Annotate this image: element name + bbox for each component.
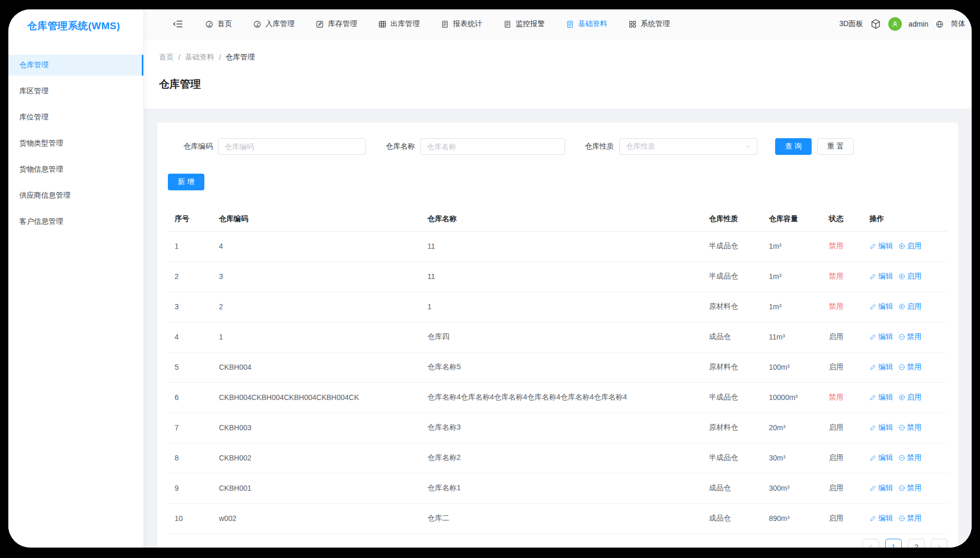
pagination-page-1[interactable]: 1 bbox=[885, 539, 902, 548]
nature-cell: 成品仓 bbox=[702, 322, 762, 352]
sidebar-item-库区管理[interactable]: 库区管理 bbox=[8, 81, 143, 102]
language-label[interactable]: 简体 bbox=[951, 19, 965, 29]
enable-link[interactable]: 启用 bbox=[898, 272, 922, 281]
column-header-操作: 操作 bbox=[863, 207, 948, 231]
sidebar-menu: 仓库管理库区管理库位管理货物类型管理货物信息管理供应商信息管理客户信息管理 bbox=[8, 55, 143, 232]
toggle-label: 禁用 bbox=[907, 332, 922, 342]
reset-button[interactable]: 重 置 bbox=[817, 138, 854, 155]
top-nav-item-系统管理[interactable]: 系统管理 bbox=[628, 19, 670, 29]
name-cell: 仓库四 bbox=[421, 322, 702, 352]
sidebar-item-客户信息管理[interactable]: 客户信息管理 bbox=[8, 211, 143, 232]
column-header-仓库容量: 仓库容量 bbox=[762, 207, 822, 231]
code-input[interactable] bbox=[218, 138, 366, 155]
enable-link[interactable]: 启用 bbox=[898, 393, 922, 402]
pencil-icon bbox=[869, 303, 877, 310]
content-area: 仓库编码 仓库名称 仓库性质 仓库性质 查 询 bbox=[144, 108, 972, 548]
top-nav-item-基础资料[interactable]: 基础资料 bbox=[566, 19, 607, 29]
edit-link[interactable]: 编辑 bbox=[869, 514, 893, 523]
capacity-cell: 11m³ bbox=[762, 322, 822, 352]
breadcrumb-item-基础资料[interactable]: 基础资料 bbox=[185, 53, 214, 62]
edit-link[interactable]: 编辑 bbox=[869, 362, 893, 372]
code-cell: CKBH004 bbox=[212, 352, 421, 382]
top-nav-item-库存管理[interactable]: 库存管理 bbox=[315, 19, 357, 29]
edit-link[interactable]: 编辑 bbox=[869, 272, 893, 281]
pagination-prev-button[interactable] bbox=[862, 539, 879, 548]
top-nav-item-入库管理[interactable]: 入库管理 bbox=[253, 19, 295, 29]
edit-link[interactable]: 编辑 bbox=[869, 332, 893, 342]
top-nav-item-报表统计[interactable]: 报表统计 bbox=[440, 19, 482, 29]
name-cell: 1 bbox=[421, 292, 702, 322]
code-cell: CKBH002 bbox=[212, 443, 421, 473]
edit-link[interactable]: 编辑 bbox=[869, 393, 893, 402]
status-badge: 启用 bbox=[822, 473, 863, 503]
language-globe-icon[interactable] bbox=[935, 20, 944, 29]
nature-select[interactable]: 仓库性质 bbox=[619, 138, 757, 155]
edit-label: 编辑 bbox=[878, 453, 893, 463]
toggle-label: 启用 bbox=[907, 302, 922, 311]
code-cell: 1 bbox=[212, 322, 421, 352]
top-nav-label: 入库管理 bbox=[265, 19, 295, 29]
pagination-next-button[interactable] bbox=[931, 539, 948, 548]
disable-link[interactable]: 禁用 bbox=[898, 453, 922, 463]
filter-form: 仓库编码 仓库名称 仓库性质 仓库性质 查 询 bbox=[183, 138, 948, 155]
table-row: 1411半成品仓1m³禁用编辑启用 bbox=[168, 231, 948, 261]
disable-link[interactable]: 禁用 bbox=[898, 423, 922, 432]
cube-3d-icon[interactable] bbox=[870, 18, 881, 30]
top-nav-item-首页[interactable]: 首页 bbox=[205, 19, 232, 29]
3d-panel-link[interactable]: 3D面板 bbox=[839, 19, 863, 29]
edit-link[interactable]: 编辑 bbox=[869, 241, 893, 251]
edit-link[interactable]: 编辑 bbox=[869, 483, 893, 493]
disable-link[interactable]: 禁用 bbox=[898, 362, 922, 372]
minus-circle-icon bbox=[898, 454, 905, 462]
edit-label: 编辑 bbox=[878, 393, 893, 402]
add-button[interactable]: 新 增 bbox=[168, 174, 204, 190]
seq-cell: 8 bbox=[168, 443, 212, 473]
edit-square-icon bbox=[315, 20, 324, 29]
top-nav-label: 报表统计 bbox=[453, 19, 482, 29]
disable-link[interactable]: 禁用 bbox=[898, 332, 922, 342]
disable-link[interactable]: 禁用 bbox=[898, 483, 922, 493]
nature-cell: 原材料仓 bbox=[702, 413, 762, 443]
top-nav-item-监控报警[interactable]: 监控报警 bbox=[503, 19, 545, 29]
nature-cell: 成品仓 bbox=[702, 473, 762, 503]
breadcrumb-item-仓库管理: 仓库管理 bbox=[226, 53, 255, 62]
nature-label: 仓库性质 bbox=[585, 142, 614, 151]
edit-link[interactable]: 编辑 bbox=[869, 423, 893, 432]
sidebar-item-仓库管理[interactable]: 仓库管理 bbox=[8, 55, 143, 76]
pencil-icon bbox=[869, 515, 877, 522]
pagination-page-2[interactable]: 2 bbox=[908, 539, 925, 548]
code-cell: CKBH004CKBH004CKBH004CKBH004CK bbox=[212, 382, 421, 413]
code-cell: w002 bbox=[212, 503, 421, 533]
warehouse-table: 序号仓库编码仓库名称仓库性质仓库容量状态操作 1411半成品仓1m³禁用编辑启用… bbox=[168, 207, 948, 534]
operation-cell: 编辑禁用 bbox=[863, 322, 948, 352]
sidebar-collapse-icon[interactable] bbox=[172, 18, 183, 30]
sidebar-item-货物信息管理[interactable]: 货物信息管理 bbox=[8, 159, 143, 180]
username[interactable]: admin bbox=[909, 20, 928, 28]
name-input[interactable] bbox=[420, 138, 565, 155]
column-header-仓库名称: 仓库名称 bbox=[421, 207, 702, 231]
disable-link[interactable]: 禁用 bbox=[898, 514, 922, 523]
search-button[interactable]: 查 询 bbox=[775, 138, 812, 155]
code-cell: CKBH001 bbox=[212, 473, 421, 503]
edit-link[interactable]: 编辑 bbox=[869, 302, 893, 311]
top-nav-item-出库管理[interactable]: 出库管理 bbox=[378, 19, 420, 29]
sidebar-item-库位管理[interactable]: 库位管理 bbox=[8, 107, 143, 128]
enable-link[interactable]: 启用 bbox=[898, 302, 922, 311]
enable-link[interactable]: 启用 bbox=[898, 241, 922, 251]
capacity-cell: 20m³ bbox=[762, 413, 822, 443]
toggle-label: 启用 bbox=[907, 241, 922, 251]
avatar[interactable] bbox=[888, 17, 902, 31]
top-navbar: 首页入库管理库存管理出库管理报表统计监控报警基础资料系统管理 3D面板 admi… bbox=[144, 9, 972, 39]
table-row: 5CKBH004仓库名称5原材料仓100m³启用编辑禁用 bbox=[168, 352, 948, 382]
top-nav-label: 首页 bbox=[217, 19, 232, 29]
dashboard-icon bbox=[205, 20, 214, 29]
edit-link[interactable]: 编辑 bbox=[869, 453, 893, 463]
sidebar-item-货物类型管理[interactable]: 货物类型管理 bbox=[8, 133, 143, 154]
minus-circle-icon bbox=[898, 333, 905, 341]
sidebar-item-供应商信息管理[interactable]: 供应商信息管理 bbox=[8, 185, 143, 206]
breadcrumb-item-首页[interactable]: 首页 bbox=[159, 53, 174, 62]
toggle-label: 启用 bbox=[907, 393, 922, 402]
table-row: 2311半成品仓1m³禁用编辑启用 bbox=[168, 261, 948, 292]
app-window: 仓库管理系统(WMS) 仓库管理库区管理库位管理货物类型管理货物信息管理供应商信… bbox=[8, 9, 972, 548]
operation-cell: 编辑禁用 bbox=[863, 352, 948, 382]
